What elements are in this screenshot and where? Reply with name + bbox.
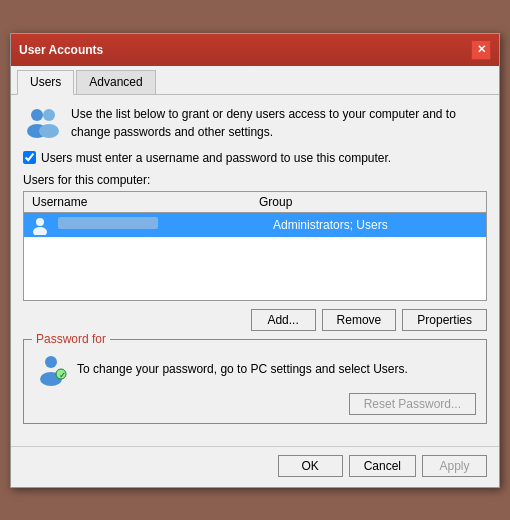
tab-advanced[interactable]: Advanced [76,70,155,94]
must-enter-password-checkbox[interactable] [23,151,36,164]
apply-button[interactable]: Apply [422,455,487,477]
blurred-username [58,217,158,229]
users-icon [23,105,63,140]
tab-users[interactable]: Users [17,70,74,95]
svg-point-3 [39,124,59,138]
password-group-legend: Password for [32,332,110,346]
info-row: Use the list below to grant or deny user… [23,105,487,141]
table-row[interactable]: Administrators; Users [24,213,486,237]
cancel-button[interactable]: Cancel [349,455,416,477]
user-row-icon [24,215,56,235]
username-cell [56,216,271,233]
reset-password-row: Reset Password... [34,393,476,415]
password-info-row: ✓ To change your password, go to PC sett… [34,352,476,387]
properties-button[interactable]: Properties [402,309,487,331]
svg-text:✓: ✓ [59,370,66,379]
password-info-text: To change your password, go to PC settin… [77,362,476,376]
add-button[interactable]: Add... [251,309,316,331]
svg-point-4 [36,218,44,226]
tab-content: Use the list below to grant or deny user… [11,95,499,446]
dialog-bottom-buttons: OK Cancel Apply [11,446,499,487]
svg-point-0 [31,109,43,121]
remove-button[interactable]: Remove [322,309,397,331]
users-for-computer-label: Users for this computer: [23,173,487,187]
tab-bar: Users Advanced [11,66,499,95]
must-enter-password-label: Users must enter a username and password… [41,151,391,165]
user-action-buttons: Add... Remove Properties [23,309,487,331]
reset-password-button[interactable]: Reset Password... [349,393,476,415]
ok-button[interactable]: OK [278,455,343,477]
group-cell: Administrators; Users [271,217,486,233]
table-header: Username Group [24,192,486,213]
info-text: Use the list below to grant or deny user… [71,105,487,141]
users-table: Username Group Administrators; Users [23,191,487,301]
group-column-header: Group [255,194,482,210]
svg-point-2 [43,109,55,121]
title-bar: User Accounts ✕ [11,34,499,66]
password-group: Password for ✓ To change your password, … [23,339,487,424]
svg-point-6 [45,356,57,368]
password-user-icon: ✓ [34,352,69,387]
username-column-header: Username [28,194,255,210]
svg-point-5 [33,227,47,235]
user-accounts-dialog: User Accounts ✕ Users Advanced Use the l… [10,33,500,488]
close-button[interactable]: ✕ [471,40,491,60]
must-enter-password-row: Users must enter a username and password… [23,151,487,165]
window-title: User Accounts [19,43,103,57]
